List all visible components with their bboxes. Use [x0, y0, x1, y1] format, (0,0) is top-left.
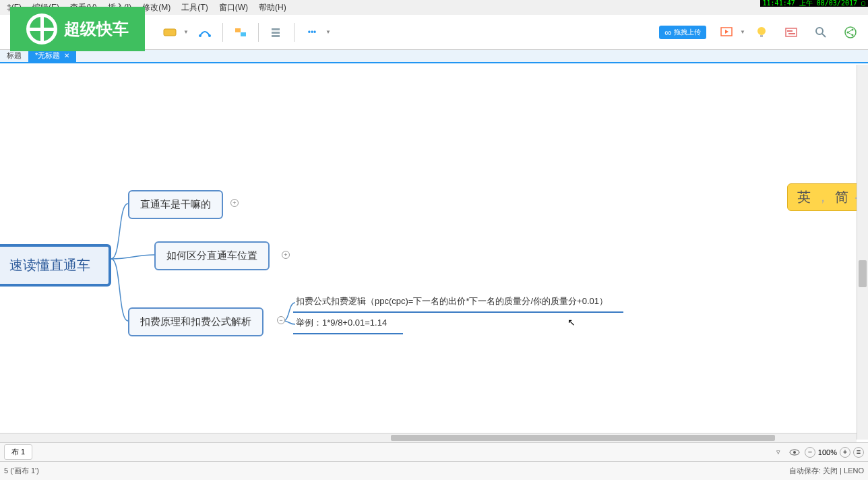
- filter-icon[interactable]: ▿: [772, 446, 784, 458]
- scroll-thumb[interactable]: [859, 260, 867, 287]
- root-node[interactable]: 速读懂直通车: [0, 244, 111, 287]
- dropdown-icon[interactable]: ▼: [326, 29, 332, 35]
- connector-lines: [0, 65, 855, 430]
- gantt-button[interactable]: [780, 22, 802, 43]
- svg-rect-6: [272, 32, 280, 34]
- upload-label: 拖拽上传: [674, 28, 701, 37]
- menu-help[interactable]: 帮助(H): [253, 2, 292, 13]
- sheet-tab[interactable]: 布 1: [4, 444, 32, 460]
- subtopic-1[interactable]: 直通车是干嘛的: [128, 190, 223, 219]
- zoom-fit-button[interactable]: ≡: [853, 447, 864, 458]
- infinity-icon: ∞: [664, 27, 671, 38]
- svg-rect-4: [241, 32, 246, 36]
- subtopic-2[interactable]: 如何区分直通车位置: [154, 241, 270, 270]
- collapse-icon[interactable]: −: [277, 316, 285, 324]
- document-tabs: 标题 *无标题 ✕: [0, 50, 868, 63]
- mindmap-canvas[interactable]: 速读懂直通车 直通车是干嘛的 + 如何区分直通车位置 + 扣费原理和扣费公式解析…: [0, 65, 855, 430]
- cursor-icon: ↖: [567, 317, 576, 328]
- svg-rect-3: [235, 28, 241, 32]
- zoom-in-button[interactable]: +: [840, 447, 850, 458]
- scroll-thumb[interactable]: [391, 435, 775, 441]
- svg-point-23: [793, 451, 796, 454]
- system-clock: 11:41:47 上午 08/03/2017 ▢: [760, 0, 868, 7]
- svg-rect-5: [272, 28, 280, 30]
- status-left: 5 ('画布 1'): [4, 466, 39, 476]
- wheel-icon: [26, 13, 57, 44]
- subtopic-3[interactable]: 扣费原理和扣费公式解析: [128, 307, 264, 336]
- svg-rect-0: [164, 29, 176, 36]
- menu-tools[interactable]: 工具(T): [176, 2, 213, 13]
- ime-sep: ，: [816, 188, 830, 206]
- horizontal-scrollbar[interactable]: [0, 433, 857, 442]
- sheet-bar: 布 1 ▿ − 100% + ≡: [0, 442, 868, 461]
- idea-button[interactable]: [751, 22, 772, 43]
- ime-script: 简: [835, 188, 848, 206]
- dropdown-icon[interactable]: ▼: [740, 29, 747, 35]
- dropdown-icon[interactable]: ▼: [183, 29, 190, 35]
- close-icon[interactable]: ✕: [64, 52, 69, 59]
- search-button[interactable]: [810, 22, 832, 43]
- svg-rect-7: [272, 35, 280, 37]
- svg-rect-10: [760, 35, 763, 37]
- boundary-button[interactable]: [230, 22, 251, 43]
- more-button[interactable]: •••: [301, 22, 323, 43]
- presentation-button[interactable]: [716, 22, 737, 43]
- menu-window[interactable]: 窗口(W): [214, 2, 253, 13]
- status-bar: 5 ('画布 1') 自动保存: 关闭 | LENO: [0, 461, 868, 480]
- vertical-scrollbar[interactable]: [857, 65, 868, 440]
- svg-point-14: [816, 28, 823, 34]
- expand-icon[interactable]: +: [230, 199, 239, 207]
- ime-lang: 英: [797, 188, 811, 206]
- svg-rect-13: [788, 33, 795, 34]
- share-button[interactable]: [840, 22, 861, 43]
- svg-line-15: [822, 34, 826, 37]
- logo-text: 超级快车: [64, 18, 129, 40]
- svg-rect-11: [786, 28, 797, 36]
- summary-button[interactable]: [266, 22, 287, 43]
- leaf-formula[interactable]: 扣费公式扣费逻辑（ppc(cpc)=下一名的出价*下一名的质量分/你的质量分+0…: [293, 291, 623, 313]
- svg-point-16: [845, 27, 856, 38]
- svg-line-20: [848, 30, 852, 32]
- svg-point-2: [208, 34, 211, 37]
- svg-line-21: [848, 32, 852, 35]
- zoom-value: 100%: [818, 448, 837, 456]
- upload-badge[interactable]: ∞ 拖拽上传: [659, 26, 706, 39]
- eye-icon[interactable]: [788, 446, 801, 458]
- topic-button[interactable]: [159, 22, 181, 43]
- zoom-out-button[interactable]: −: [805, 447, 815, 458]
- svg-rect-12: [787, 30, 793, 32]
- leaf-example[interactable]: 举例：1*9/8+0.01=1.14: [293, 313, 403, 334]
- status-right: 自动保存: 关闭 | LENO: [789, 466, 864, 476]
- app-logo: 超级快车: [10, 7, 145, 51]
- expand-icon[interactable]: +: [282, 251, 290, 259]
- svg-point-9: [757, 27, 766, 35]
- svg-point-1: [199, 34, 202, 37]
- zoom-control: − 100% + ≡: [805, 447, 864, 458]
- tab-label: *无标题: [35, 51, 60, 61]
- relationship-button[interactable]: [194, 22, 216, 43]
